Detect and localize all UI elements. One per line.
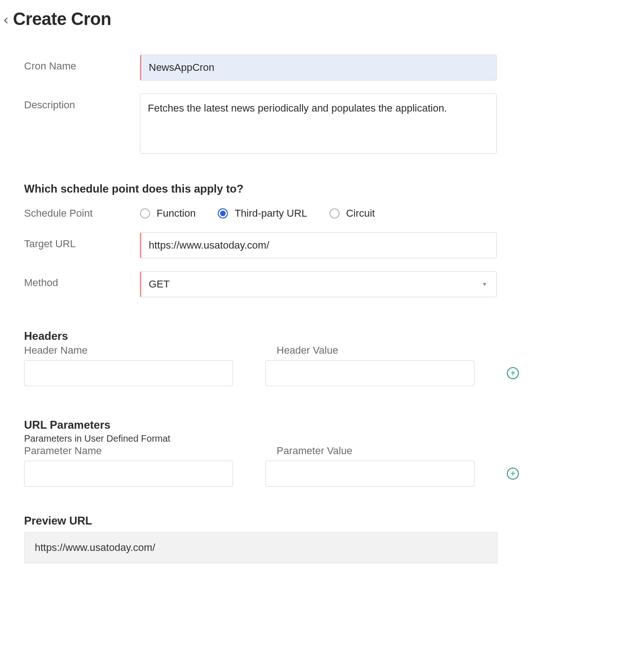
description-label: Description — [24, 94, 140, 111]
radio-function[interactable]: Function — [140, 207, 196, 219]
preview-url-value: https://www.usatoday.com/ — [24, 532, 498, 563]
schedule-point-label: Schedule Point — [24, 207, 140, 219]
target-url-label: Target URL — [24, 232, 140, 250]
header-name-input[interactable] — [24, 360, 233, 386]
header-value-input[interactable] — [265, 360, 474, 386]
url-parameters-heading: URL Parameters — [24, 419, 519, 431]
method-label: Method — [24, 271, 140, 289]
target-url-input[interactable] — [140, 232, 497, 258]
radio-circuit[interactable]: Circuit — [329, 207, 375, 219]
add-header-icon[interactable] — [507, 367, 519, 379]
parameter-value-label: Parameter Value — [277, 445, 497, 457]
cron-name-input[interactable] — [140, 55, 497, 81]
add-parameter-icon[interactable] — [507, 468, 519, 480]
page-title: Create Cron — [13, 9, 111, 29]
back-chevron-icon[interactable]: ‹ — [4, 12, 8, 26]
parameter-name-input[interactable] — [24, 461, 233, 487]
url-parameters-note: Parameters in User Defined Format — [24, 433, 519, 444]
radio-thirdparty-label: Third-party URL — [234, 207, 307, 219]
radio-circle-icon — [218, 208, 228, 219]
preview-url-heading: Preview URL — [24, 514, 519, 527]
radio-circuit-label: Circuit — [346, 207, 375, 219]
schedule-question: Which schedule point does this apply to? — [24, 182, 519, 195]
radio-circle-icon — [329, 208, 340, 219]
radio-thirdparty[interactable]: Third-party URL — [218, 207, 307, 219]
radio-circle-icon — [140, 208, 150, 219]
description-input[interactable]: Fetches the latest news periodically and… — [140, 94, 497, 154]
header-name-label: Header Name — [24, 344, 244, 356]
radio-function-label: Function — [157, 207, 196, 219]
headers-heading: Headers — [24, 330, 519, 343]
header-value-label: Header Value — [277, 344, 497, 356]
cron-name-label: Cron Name — [24, 55, 140, 72]
parameter-value-input[interactable] — [265, 461, 474, 487]
schedule-point-radio-group: Function Third-party URL Circuit — [140, 207, 497, 219]
method-select[interactable]: GET — [140, 271, 497, 297]
parameter-name-label: Parameter Name — [24, 445, 244, 457]
